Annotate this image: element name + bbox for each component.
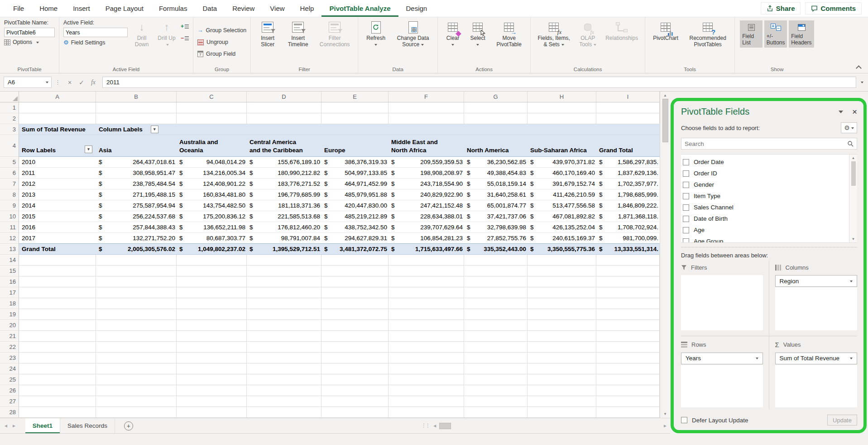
- cell-F28[interactable]: [388, 407, 464, 418]
- sheet-nav-left-icon[interactable]: ◄: [0, 418, 12, 433]
- cell-E22[interactable]: [321, 342, 388, 353]
- cell-D16[interactable]: [247, 276, 321, 287]
- scroll-down-icon[interactable]: ▼: [852, 237, 855, 241]
- cell-I5[interactable]: $1,586,297,835.: [596, 157, 660, 168]
- cell-E14[interactable]: [321, 255, 388, 266]
- area-columns-zone[interactable]: Region: [775, 275, 858, 330]
- cell-G18[interactable]: [464, 298, 528, 309]
- plus-minus-buttons-toggle[interactable]: +− +/- Buttons: [764, 20, 787, 48]
- cell-C18[interactable]: [177, 298, 247, 309]
- scroll-left-icon[interactable]: ◄: [431, 423, 438, 428]
- row-header-19[interactable]: 19: [0, 309, 19, 320]
- cell-H24[interactable]: [528, 363, 596, 374]
- cell-H9[interactable]: $513,477,556.58: [528, 200, 596, 211]
- row-header-11[interactable]: 11: [0, 222, 19, 233]
- recommended-pivottables-button[interactable]: ? Recommended PivotTables: [685, 19, 730, 49]
- field-list-toggle[interactable]: Field List: [740, 20, 762, 48]
- cell-D19[interactable]: [247, 309, 321, 320]
- comments-button[interactable]: Comments: [805, 2, 862, 15]
- cell-E17[interactable]: [321, 287, 388, 298]
- cell-G25[interactable]: [464, 374, 528, 385]
- drill-down-button[interactable]: ↓ Drill Down: [131, 19, 153, 49]
- cell-A15[interactable]: [19, 266, 96, 276]
- cell-D17[interactable]: [247, 287, 321, 298]
- cell-E12[interactable]: $294,627,829.31: [321, 233, 388, 244]
- cell-I22[interactable]: [596, 342, 660, 353]
- column-header-C[interactable]: C: [177, 92, 247, 102]
- cell-D13[interactable]: $1,395,529,712.51: [247, 244, 321, 255]
- row-header-24[interactable]: 24: [0, 363, 19, 374]
- cell-I13[interactable]: $13,333,551,314.: [596, 244, 660, 255]
- cell-E6[interactable]: $504,997,133.85: [321, 168, 388, 179]
- cell-G6[interactable]: $49,388,454.83: [464, 168, 528, 179]
- cell-E26[interactable]: [321, 385, 388, 396]
- drill-up-button[interactable]: ↑ Drill Up: [156, 19, 177, 49]
- cell-A9[interactable]: 2014: [19, 200, 96, 211]
- cell-H25[interactable]: [528, 374, 596, 385]
- cell-G10[interactable]: $37,421,737.06: [464, 211, 528, 222]
- cell-B15[interactable]: [96, 266, 177, 276]
- cell-A21[interactable]: [19, 331, 96, 342]
- cell-B14[interactable]: [96, 255, 177, 266]
- cell-B11[interactable]: $257,844,388.43: [96, 222, 177, 233]
- cell-D7[interactable]: $183,776,271.52: [247, 179, 321, 189]
- cell-E20[interactable]: [321, 320, 388, 331]
- cell-D20[interactable]: [247, 320, 321, 331]
- cell-F7[interactable]: $243,718,554.90: [388, 179, 464, 189]
- cell-A12[interactable]: 2017: [19, 233, 96, 244]
- row-header-3[interactable]: 3: [0, 124, 19, 135]
- row-header-18[interactable]: 18: [0, 298, 19, 309]
- column-header-G[interactable]: G: [464, 92, 528, 102]
- cell-A2[interactable]: [19, 113, 96, 124]
- menu-tab-file[interactable]: File: [5, 0, 32, 17]
- cell-H2[interactable]: [528, 113, 596, 124]
- drag-handle-icon[interactable]: ⋮: [55, 79, 61, 86]
- move-pivottable-button[interactable]: → Move PivotTable: [492, 19, 526, 49]
- cell-G21[interactable]: [464, 331, 528, 342]
- cell-D4[interactable]: Central America and the Caribbean: [247, 135, 321, 157]
- cell-G12[interactable]: $27,852,755.76: [464, 233, 528, 244]
- cell-E10[interactable]: $485,219,212.89: [321, 211, 388, 222]
- cell-C15[interactable]: [177, 266, 247, 276]
- checkbox-age[interactable]: [683, 227, 689, 233]
- cell-C1[interactable]: [177, 102, 247, 113]
- row-header-28[interactable]: 28: [0, 407, 19, 418]
- cell-I1[interactable]: [596, 102, 660, 113]
- cell-E24[interactable]: [321, 363, 388, 374]
- update-button[interactable]: Update: [827, 415, 857, 426]
- row-header-4[interactable]: 4: [0, 135, 19, 157]
- cell-F10[interactable]: $228,634,388.01: [388, 211, 464, 222]
- cell-H11[interactable]: $426,135,252.04: [528, 222, 596, 233]
- cell-C26[interactable]: [177, 385, 247, 396]
- cell-F24[interactable]: [388, 363, 464, 374]
- cell-B7[interactable]: $238,785,484.54: [96, 179, 177, 189]
- cell-B25[interactable]: [96, 374, 177, 385]
- cell-I4[interactable]: Grand Total: [596, 135, 660, 157]
- cell-B28[interactable]: [96, 407, 177, 418]
- column-header-D[interactable]: D: [247, 92, 321, 102]
- cell-E18[interactable]: [321, 298, 388, 309]
- cell-H5[interactable]: $439,970,371.82: [528, 157, 596, 168]
- cell-G27[interactable]: [464, 396, 528, 407]
- column-header-I[interactable]: I: [596, 92, 660, 102]
- cell-C10[interactable]: $175,200,836.12: [177, 211, 247, 222]
- cell-B13[interactable]: $2,005,305,576.02: [96, 244, 177, 255]
- cell-C20[interactable]: [177, 320, 247, 331]
- cell-F8[interactable]: $240,829,922.90: [388, 189, 464, 200]
- cell-G7[interactable]: $55,018,159.14: [464, 179, 528, 189]
- cell-D3[interactable]: [247, 124, 321, 135]
- olap-tools-button[interactable]: fx OLAP Tools: [576, 19, 599, 49]
- cell-B5[interactable]: $264,437,018.61: [96, 157, 177, 168]
- cell-A28[interactable]: [19, 407, 96, 418]
- cell-F23[interactable]: [388, 353, 464, 363]
- cell-I26[interactable]: [596, 385, 660, 396]
- cell-C8[interactable]: $160,834,481.80: [177, 189, 247, 200]
- row-header-10[interactable]: 10: [0, 211, 19, 222]
- cell-E5[interactable]: $386,376,319.33: [321, 157, 388, 168]
- cell-I3[interactable]: [596, 124, 660, 135]
- cell-B19[interactable]: [96, 309, 177, 320]
- change-data-source-button[interactable]: Change Data Source: [393, 19, 433, 49]
- checkbox-order-id[interactable]: [683, 170, 689, 177]
- column-header-H[interactable]: H: [528, 92, 596, 102]
- cell-I25[interactable]: [596, 374, 660, 385]
